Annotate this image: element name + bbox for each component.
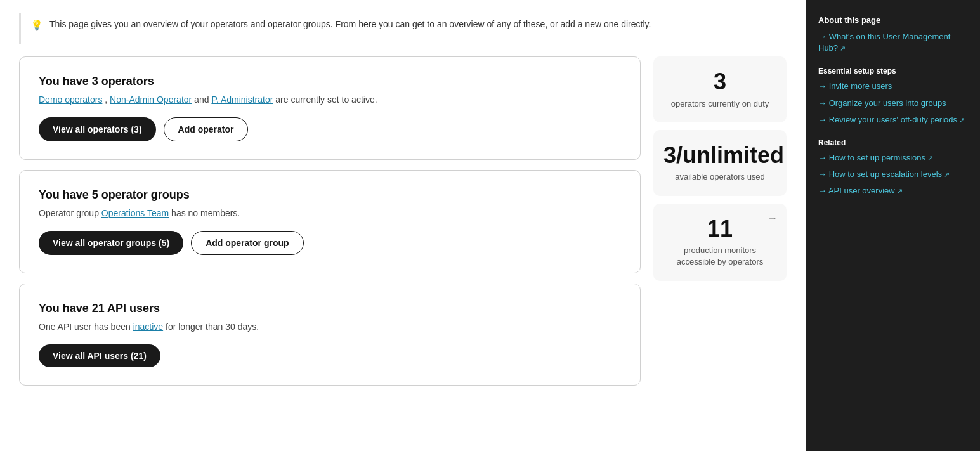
- operators-card-description: Demo operators , Non-Admin Operator and …: [39, 95, 621, 105]
- view-all-operators-button[interactable]: View all operators (3): [39, 117, 156, 141]
- about-title: About this page: [818, 15, 967, 25]
- groups-card-description: Operator group Operations Team has no me…: [39, 208, 621, 218]
- groups-card: You have 5 operator groups Operator grou…: [19, 170, 641, 273]
- add-operator-group-button[interactable]: Add operator group: [191, 231, 303, 255]
- bulb-icon: 💡: [30, 19, 43, 31]
- view-all-groups-button[interactable]: View all operator groups (5): [39, 231, 183, 255]
- api-user-overview-link[interactable]: API user overview: [818, 185, 967, 197]
- related-title: Related: [818, 138, 967, 147]
- add-operator-button[interactable]: Add operator: [164, 117, 249, 141]
- how-to-permissions-link[interactable]: How to set up permissions: [818, 152, 967, 164]
- organize-users-link[interactable]: Organize your users into groups: [818, 98, 967, 109]
- main-area: You have 3 operators Demo operators , No…: [19, 56, 787, 386]
- arrow-right-icon: →: [768, 212, 778, 224]
- non-admin-link[interactable]: Non-Admin Operator: [110, 95, 192, 105]
- groups-card-title: You have 5 operator groups: [39, 188, 621, 202]
- operators-on-duty-number: 3: [663, 69, 776, 95]
- info-text: This page gives you an overview of your …: [49, 19, 651, 29]
- inactive-link[interactable]: inactive: [133, 322, 163, 332]
- review-off-duty-link[interactable]: Review your users' off-duty periods: [818, 114, 967, 126]
- operators-used-number: 3/unlimited: [663, 143, 776, 168]
- operations-team-link[interactable]: Operations Team: [101, 208, 169, 218]
- sidebar: About this page What's on this User Mana…: [806, 0, 980, 451]
- api-suffix: for longer than 30 days.: [163, 322, 259, 332]
- groups-prefix: Operator group: [39, 208, 101, 218]
- operators-on-duty-label: operators currently on duty: [663, 98, 776, 110]
- api-users-card-buttons: View all API users (21): [39, 344, 621, 367]
- groups-suffix: has no members.: [169, 208, 240, 218]
- cards-column: You have 3 operators Demo operators , No…: [19, 56, 641, 386]
- operators-card-title: You have 3 operators: [39, 75, 621, 88]
- operators-on-duty-stat: 3 operators currently on duty: [653, 56, 787, 122]
- view-all-api-users-button[interactable]: View all API users (21): [39, 344, 160, 367]
- api-users-title: You have 21 API users: [39, 302, 621, 315]
- demo-operators-link[interactable]: Demo operators: [39, 95, 102, 105]
- invite-more-users-link[interactable]: Invite more users: [818, 81, 967, 92]
- api-users-card: You have 21 API users One API user has b…: [19, 284, 641, 386]
- p-administrator-link[interactable]: P. Administrator: [211, 95, 273, 105]
- and-sep: and: [192, 95, 211, 105]
- production-monitors-label: production monitors accessible by operat…: [663, 245, 776, 268]
- api-prefix: One API user has been: [39, 322, 133, 332]
- operators-used-label: available operators used: [663, 171, 776, 183]
- main-content: 💡 This page gives you an overview of you…: [0, 0, 806, 451]
- groups-card-buttons: View all operator groups (5) Add operato…: [39, 231, 621, 255]
- api-users-description: One API user has been inactive for longe…: [39, 322, 621, 332]
- operators-card-buttons: View all operators (3) Add operator: [39, 117, 621, 141]
- operators-used-stat: 3/unlimited available operators used: [653, 130, 787, 196]
- operators-card: You have 3 operators Demo operators , No…: [19, 56, 641, 160]
- stats-column: 3 operators currently on duty 3/unlimite…: [653, 56, 787, 386]
- how-to-escalation-link[interactable]: How to set up escalation levels: [818, 169, 967, 180]
- active-suffix: are currently set to active.: [273, 95, 377, 105]
- whats-on-hub-link[interactable]: What's on this User Management Hub?: [818, 31, 967, 54]
- comma-sep: ,: [102, 95, 110, 105]
- info-banner: 💡 This page gives you an overview of you…: [19, 13, 787, 44]
- production-monitors-stat[interactable]: → 11 production monitors accessible by o…: [653, 204, 787, 281]
- production-monitors-number: 11: [663, 216, 776, 242]
- essential-setup-title: Essential setup steps: [818, 67, 967, 75]
